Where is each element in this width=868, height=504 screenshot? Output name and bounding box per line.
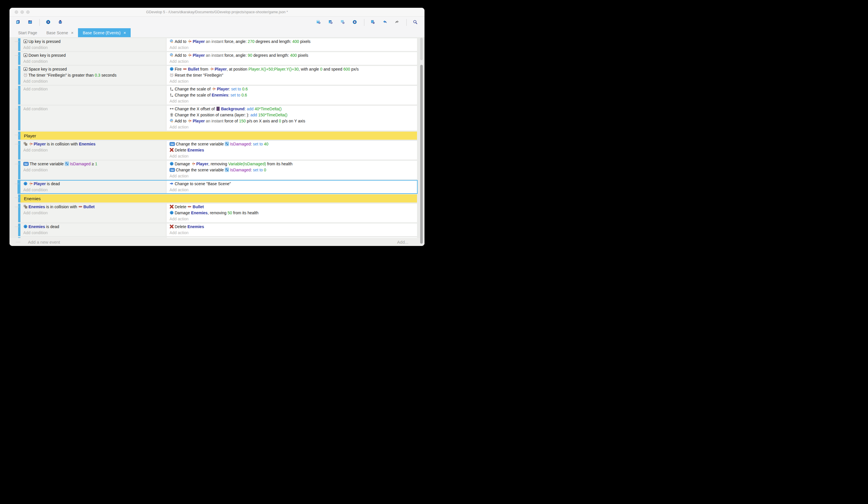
project-manager-button[interactable] [14, 18, 23, 27]
action-line[interactable]: Delete Enemies [169, 148, 415, 153]
svg-text:G: G [24, 183, 26, 185]
add-action-button[interactable]: Add action [169, 99, 415, 104]
text-segment: add [247, 107, 255, 111]
action-line[interactable]: GDamage Enemies, removing 50 from its he… [169, 210, 415, 216]
minimize-button[interactable] [20, 10, 24, 14]
event-drag-bar[interactable] [18, 194, 20, 202]
event-drag-bar[interactable] [18, 106, 20, 130]
condition-line[interactable]: AUp key is pressed [23, 39, 164, 45]
add-action-button[interactable]: Add action [169, 45, 415, 50]
event-drag-bar[interactable] [18, 38, 20, 51]
add-condition-button[interactable]: Add condition [23, 79, 164, 84]
debug-button[interactable] [56, 18, 65, 27]
action-line[interactable]: Reset the timer "FireBegin" [169, 73, 415, 79]
add-comment-button[interactable] [339, 18, 348, 27]
condition-line[interactable]: ASpace key is pressed [23, 67, 164, 73]
add-action-button[interactable]: Add action [169, 124, 415, 130]
condition-line[interactable]: GPlayer is dead [23, 181, 164, 187]
zoom-button[interactable] [26, 10, 30, 14]
preview-play-button[interactable] [44, 18, 53, 27]
action-line[interactable]: Delete Bullet [169, 204, 415, 210]
delete-selection-button[interactable] [369, 18, 378, 27]
action-line[interactable]: GDamage Player, removing Variable(IsDama… [169, 161, 415, 167]
toolbar-right-group [314, 18, 420, 27]
add-event-button[interactable] [314, 18, 323, 27]
action-line[interactable]: Change to scene "Base Scene" [169, 181, 415, 187]
text-segment: : [228, 93, 230, 97]
add-action-button[interactable]: Add action [169, 153, 415, 159]
text-segment: Player [34, 142, 46, 146]
add-action-button[interactable]: Add action [169, 216, 415, 222]
add-condition-button[interactable]: Add condition [23, 187, 164, 193]
action-line[interactable]: VarChange the scene variable IsDamaged: … [169, 167, 415, 173]
scrollbar-thumb[interactable] [420, 65, 423, 244]
add-condition-button[interactable]: Add condition [23, 210, 164, 216]
action-line[interactable]: VarChange the scene variable IsDamaged: … [169, 141, 415, 148]
delete-icon [169, 148, 174, 153]
tab-base-scene[interactable]: Base Scene× [42, 28, 78, 37]
event-drag-bar[interactable] [18, 161, 20, 179]
event-group-header[interactable]: Player [18, 132, 417, 140]
tab-base-scene-events[interactable]: Base Scene (Events)× [78, 28, 131, 37]
event-drag-bar[interactable] [18, 181, 20, 193]
add-condition-button[interactable]: Add condition [23, 59, 164, 64]
window-title: GDevelop 5 - /Users/dkarakay/Documents/G… [10, 10, 424, 14]
condition-line[interactable]: Player is in collision with Enemies [23, 141, 164, 148]
condition-line[interactable]: VarThe scene variable IsDamaged ≥ 1 [23, 161, 164, 167]
redo-button[interactable] [393, 18, 402, 27]
event-drag-bar[interactable] [18, 132, 20, 140]
add-condition-button[interactable]: Add condition [23, 45, 164, 50]
toolbar-left-group [14, 18, 65, 27]
health-icon: G [23, 181, 28, 187]
add-action-button[interactable]: Add action [169, 59, 415, 64]
scene-editor-button[interactable] [26, 18, 35, 27]
add-condition-button[interactable]: Add condition [23, 106, 164, 112]
action-line[interactable]: Add to Player an instant force of 150 p/… [169, 118, 415, 124]
add-new-event-button[interactable]: Add a new event [28, 240, 60, 244]
action-line[interactable]: Add to Player an instant force, angle: 9… [169, 53, 415, 59]
action-line[interactable]: Change the scale of Player: set to 0.6 [169, 87, 415, 92]
actions-cell: Delete EnemiesAdd action [167, 223, 417, 236]
event-drag-bar[interactable] [18, 204, 20, 222]
undo-button[interactable] [381, 18, 390, 27]
tab-close-icon[interactable]: × [71, 31, 74, 35]
add-action-button[interactable]: Add action [169, 79, 415, 84]
close-button[interactable] [15, 10, 18, 14]
add-action-button[interactable]: Add action [169, 187, 415, 193]
add-circle-button[interactable] [351, 18, 360, 27]
action-line[interactable]: Change the X position of camera (layer: … [169, 112, 415, 118]
event-drag-bar[interactable] [18, 66, 20, 85]
add-subevent-button[interactable] [327, 18, 335, 27]
actions-cell: Change the scale of Player: set to 0.6Ch… [167, 86, 417, 104]
add-condition-button[interactable]: Add condition [23, 167, 164, 173]
event-drag-bar[interactable] [18, 52, 20, 65]
tab-start-page[interactable]: Start Page [13, 28, 42, 37]
event-group-header[interactable]: Enemies [18, 194, 417, 202]
condition-line[interactable]: ADown key is pressed [23, 53, 164, 59]
text-segment: Fire [175, 67, 183, 71]
project-manager-icon [16, 20, 20, 25]
action-line[interactable]: Change the scale of Enemies: set to 0.6 [169, 92, 415, 99]
scrollbar-thumb-secondary[interactable] [420, 38, 423, 60]
add-condition-button[interactable]: Add condition [23, 148, 164, 153]
action-line[interactable]: GFire Bullet from Player, at position Pl… [169, 67, 415, 73]
event-drag-bar[interactable] [18, 141, 20, 160]
add-condition-button[interactable]: Add condition [23, 230, 164, 235]
text-segment: 400 [290, 53, 297, 58]
event-drag-bar[interactable] [18, 223, 20, 236]
text-segment: 0.6 [242, 87, 248, 91]
tab-close-icon[interactable]: × [123, 31, 126, 35]
add-action-button[interactable]: Add action [169, 173, 415, 179]
action-line[interactable]: Delete Enemies [169, 224, 415, 230]
event-drag-bar[interactable] [18, 86, 20, 104]
search-button[interactable] [411, 18, 420, 27]
add-action-button[interactable]: Add action [169, 230, 415, 235]
condition-line[interactable]: The timer "FireBegin" is greater than 0.… [23, 73, 164, 79]
add-button[interactable]: Add... [397, 240, 409, 244]
action-line[interactable]: Add to Player an instant force, angle: 2… [169, 39, 415, 45]
condition-line[interactable]: Enemies is in collision with Bullet [23, 204, 164, 210]
tab-bar: Start PageBase Scene×Base Scene (Events)… [10, 28, 424, 37]
condition-line[interactable]: GEnemies is dead [23, 224, 164, 230]
action-line[interactable]: Change the X offset of Background: add 4… [169, 106, 415, 112]
add-condition-button[interactable]: Add condition [23, 87, 164, 92]
